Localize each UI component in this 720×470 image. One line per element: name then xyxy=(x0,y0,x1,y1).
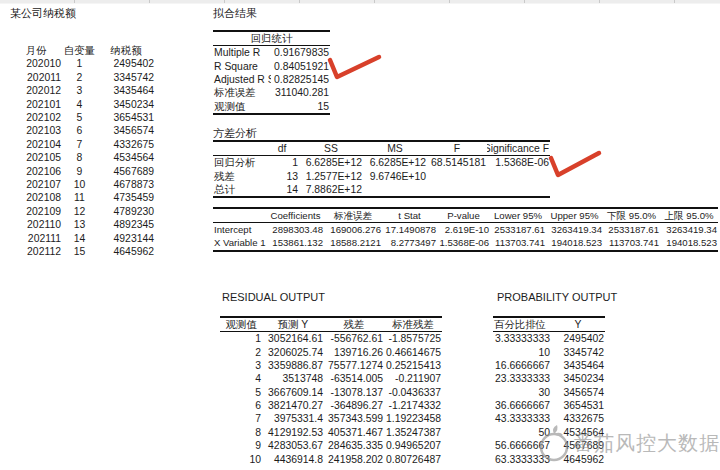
cell[interactable]: 3 xyxy=(62,84,97,97)
cell[interactable]: 30 xyxy=(493,386,551,399)
cell[interactable]: 4332675 xyxy=(97,138,155,151)
column-header[interactable]: Coefficients xyxy=(267,208,324,223)
cell[interactable]: 14 xyxy=(265,183,299,197)
cell[interactable]: 标准误差 xyxy=(213,86,271,99)
cell[interactable]: 3450234 xyxy=(97,98,155,111)
cell[interactable]: 3206025.74 xyxy=(262,345,324,358)
cell[interactable]: 202011 xyxy=(10,71,62,84)
cell[interactable]: 14 xyxy=(62,231,97,244)
cell[interactable]: 18588.2121 xyxy=(324,236,382,250)
cell[interactable]: 4645962 xyxy=(97,245,155,258)
cell[interactable]: 4129192.53 xyxy=(262,426,324,439)
cell[interactable]: 6 xyxy=(220,399,262,412)
cell[interactable]: 113703.741 xyxy=(490,236,546,250)
cell[interactable]: 16.6666667 xyxy=(493,359,551,372)
left-table-title[interactable]: 某公司纳税额 xyxy=(10,6,76,21)
cell[interactable]: -0.0436337 xyxy=(384,386,442,399)
cell[interactable]: 202109 xyxy=(10,205,62,218)
cell[interactable]: 3654531 xyxy=(551,399,605,412)
cell[interactable]: 405371.467 xyxy=(324,426,384,439)
column-header[interactable]: MS xyxy=(363,141,427,156)
cell[interactable]: 4436914.8 xyxy=(262,453,324,466)
cell[interactable]: 202104 xyxy=(10,138,62,151)
cell[interactable]: 6 xyxy=(62,124,97,137)
regression-stats-header[interactable]: 回归统计 xyxy=(213,31,330,46)
column-header[interactable]: 标准误差 xyxy=(324,208,382,223)
cell[interactable]: 202103 xyxy=(10,124,62,137)
cell[interactable]: 139716.26 xyxy=(324,345,384,358)
cell[interactable]: 3456574 xyxy=(97,124,155,137)
cell[interactable]: 8 xyxy=(62,151,97,164)
cell[interactable]: -13078.137 xyxy=(324,386,384,399)
cell[interactable]: 2495402 xyxy=(551,332,605,346)
column-header[interactable]: 百分比排位 xyxy=(493,317,551,332)
cell[interactable]: 3821470.27 xyxy=(262,399,324,412)
cell[interactable]: Multiple R xyxy=(213,46,271,60)
cell[interactable]: 3345742 xyxy=(97,71,155,84)
cell[interactable]: 15 xyxy=(271,100,330,114)
cell[interactable]: 311040.281 xyxy=(271,86,330,99)
cell[interactable]: 7.8862E+12 xyxy=(299,183,363,197)
column-header[interactable]: 上限 95.0% xyxy=(660,208,718,223)
cell[interactable]: 13 xyxy=(62,218,97,231)
cell[interactable]: 3.33333333 xyxy=(493,332,551,346)
cell[interactable]: 9.6746E+10 xyxy=(363,169,427,182)
cell[interactable]: 15 xyxy=(62,245,97,258)
residual-output-title[interactable]: RESIDUAL OUTPUT xyxy=(222,291,325,303)
column-header[interactable]: Lower 95% xyxy=(490,208,546,223)
cell[interactable] xyxy=(363,183,427,197)
cell[interactable]: 3359886.87 xyxy=(262,359,324,372)
cell[interactable]: 202107 xyxy=(10,178,62,191)
cell[interactable]: 观测值 xyxy=(213,100,271,114)
cell[interactable]: 169006.276 xyxy=(324,223,382,237)
column-header[interactable]: 残差 xyxy=(324,317,384,332)
column-header[interactable]: 标准残差 xyxy=(384,317,442,332)
cell[interactable]: 1.19223458 xyxy=(384,412,442,425)
cell[interactable]: 3263419.34 xyxy=(546,223,603,237)
cell[interactable]: 2533187.61 xyxy=(603,223,660,237)
cell[interactable]: 1.2577E+12 xyxy=(299,169,363,182)
cell[interactable]: 11 xyxy=(62,191,97,204)
column-header[interactable] xyxy=(213,208,267,223)
column-header[interactable]: 下限 95.0% xyxy=(603,208,660,223)
cell[interactable]: 0.25215413 xyxy=(384,359,442,372)
cell[interactable]: 4789230 xyxy=(97,205,155,218)
cell[interactable] xyxy=(427,169,487,182)
column-header[interactable]: 预测 Y xyxy=(262,317,324,332)
column-header[interactable]: Y xyxy=(551,317,605,332)
cell[interactable]: 194018.523 xyxy=(660,236,718,250)
cell[interactable]: 5 xyxy=(220,386,262,399)
cell[interactable]: 10 xyxy=(493,345,551,358)
cell[interactable]: X Variable 1 xyxy=(213,236,267,250)
cell[interactable]: 3513748 xyxy=(262,372,324,385)
cell[interactable]: 1.35247387 xyxy=(384,426,442,439)
cell[interactable]: 4283053.67 xyxy=(262,439,324,452)
cell[interactable]: 202110 xyxy=(10,218,62,231)
cell[interactable]: 7 xyxy=(62,138,97,151)
cell[interactable]: 2495402 xyxy=(97,57,155,70)
cell[interactable]: 4 xyxy=(62,98,97,111)
cell[interactable]: 194018.523 xyxy=(546,236,603,250)
column-header[interactable]: 月份 xyxy=(10,44,62,57)
cell[interactable]: 202111 xyxy=(10,231,62,244)
column-header[interactable]: SS xyxy=(299,141,363,156)
cell[interactable]: 3052164.61 xyxy=(262,332,324,346)
column-header[interactable]: t Stat xyxy=(382,208,437,223)
cell[interactable]: -0.211907 xyxy=(384,372,442,385)
cell[interactable]: 113703.741 xyxy=(603,236,660,250)
cell[interactable]: 1 xyxy=(62,57,97,70)
cell[interactable]: 0.91679835 xyxy=(271,46,330,60)
fit-results-title[interactable]: 拟合结果 xyxy=(213,6,257,21)
cell[interactable]: 4923144 xyxy=(97,231,155,244)
column-header[interactable]: 纳税额 xyxy=(97,44,155,57)
cell[interactable]: 8.2773497 xyxy=(382,236,437,250)
cell[interactable]: 1.5368E-06 xyxy=(437,236,490,250)
cell[interactable]: 3975331.4 xyxy=(262,412,324,425)
cell[interactable]: 2898303.48 xyxy=(267,223,324,237)
cell[interactable]: 9 xyxy=(220,439,262,452)
cell[interactable]: 357343.599 xyxy=(324,412,384,425)
cell[interactable]: 3 xyxy=(220,359,262,372)
cell[interactable]: 3654531 xyxy=(97,111,155,124)
cell[interactable]: -1.2174332 xyxy=(384,399,442,412)
cell[interactable]: 1 xyxy=(265,156,299,170)
